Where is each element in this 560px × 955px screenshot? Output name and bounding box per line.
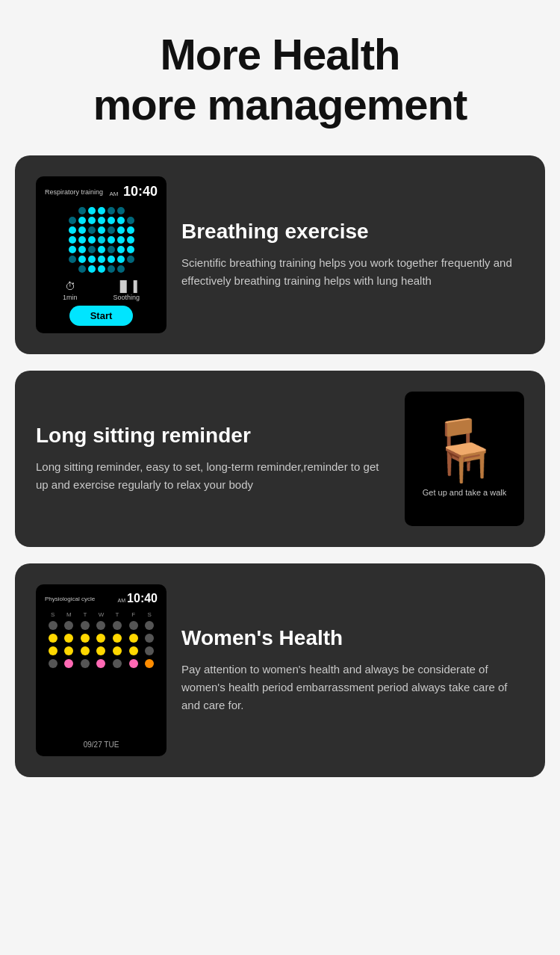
sitting-description: Long sitting reminder, easy to set, long… bbox=[36, 458, 390, 494]
cycle-label: Physiological cycle bbox=[45, 596, 95, 602]
cycle-time-area: AM 10:40 bbox=[118, 592, 158, 605]
cycle-footer: 09/27 TUE bbox=[45, 741, 158, 749]
page-header: More Health more management bbox=[15, 22, 545, 129]
cycle-header: Physiological cycle AM 10:40 bbox=[45, 592, 158, 605]
watch-label: Respiratory training bbox=[45, 188, 103, 196]
calendar-grid: S M T W T F S bbox=[45, 611, 158, 738]
sitting-title: Long sitting reminder bbox=[36, 424, 390, 448]
womens-card: Physiological cycle AM 10:40 S M T W T F… bbox=[15, 563, 545, 777]
selected-day bbox=[145, 659, 154, 668]
page-title: More Health more management bbox=[15, 30, 545, 129]
cal-row-1 bbox=[45, 621, 158, 630]
page-container: More Health more management Respiratory … bbox=[0, 0, 560, 823]
watch-mode: ▐▌▐ Soothing bbox=[113, 280, 140, 301]
chair-label: Get up and take a walk bbox=[423, 488, 507, 497]
watch-time: AM 10:40 bbox=[110, 184, 158, 200]
sitting-text: Long sitting reminder Long sitting remin… bbox=[36, 424, 390, 494]
watch-duration: ⏱ 1min bbox=[63, 280, 78, 301]
cal-header: S M T W T F S bbox=[45, 611, 158, 618]
watch-header: Respiratory training AM 10:40 bbox=[45, 184, 158, 200]
cal-row-2 bbox=[45, 634, 158, 643]
timer-icon: ⏱ bbox=[65, 280, 75, 292]
sitting-card: Long sitting reminder Long sitting remin… bbox=[15, 371, 545, 547]
breathing-watch: Respiratory training AM 10:40 bbox=[36, 176, 167, 333]
title-line2: more management bbox=[93, 80, 467, 129]
start-button[interactable]: Start bbox=[69, 306, 134, 326]
womens-title: Women's Health bbox=[181, 626, 524, 650]
bars-icon: ▐▌▐ bbox=[116, 280, 137, 292]
cycle-watch: Physiological cycle AM 10:40 S M T W T F… bbox=[36, 584, 167, 756]
womens-text: Women's Health Pay attention to women's … bbox=[181, 626, 524, 714]
watch-bottom: ⏱ 1min ▐▌▐ Soothing bbox=[45, 280, 158, 301]
chair-icon: 🪑 bbox=[427, 421, 502, 480]
cal-row-4 bbox=[45, 659, 158, 668]
title-line1: More Health bbox=[161, 30, 400, 78]
breathing-title: Breathing exercise bbox=[181, 220, 524, 244]
breathing-card: Respiratory training AM 10:40 bbox=[15, 155, 545, 354]
breathing-description: Scientific breathing training helps you … bbox=[181, 254, 524, 290]
chair-widget: 🪑 Get up and take a walk bbox=[405, 392, 524, 526]
cal-row-3 bbox=[45, 646, 158, 655]
breathing-text: Breathing exercise Scientific breathing … bbox=[181, 220, 524, 290]
womens-description: Pay attention to women's health and alwa… bbox=[181, 661, 524, 714]
breathing-dots bbox=[69, 207, 134, 273]
